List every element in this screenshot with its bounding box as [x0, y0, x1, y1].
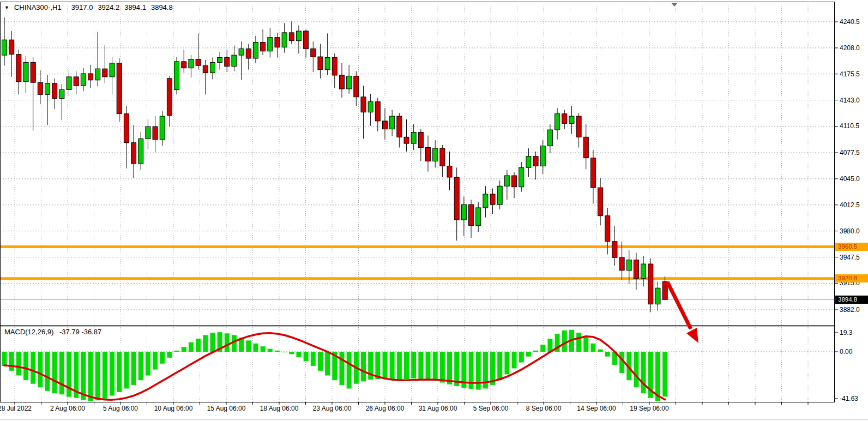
ohlc-close: 3894.8	[151, 3, 173, 11]
macd-info-bar: MACD(12,26,9) -37.79 -36.87	[4, 328, 101, 336]
price-axis-label: 4077.5	[840, 149, 860, 157]
time-axis-label: 18 Aug 06:00	[253, 405, 305, 412]
price-axis-label: 3882.0	[840, 306, 860, 314]
price-axis-label: 4110.5	[840, 122, 859, 130]
price-axis-label: 3980.0	[840, 227, 860, 235]
price-axis-label: 4012.5	[840, 201, 860, 209]
time-axis-label: 26 Aug 06:00	[359, 405, 411, 412]
macd-axis-zero-label: 0.00	[840, 348, 852, 356]
time-axis-label: 8 Sep 06:00	[517, 405, 570, 412]
symbol-info-bar: ▼ CHINA300-,H1 3917.0 3924.2 3894.1 3894…	[4, 3, 178, 11]
current-price-tag: 3894.8	[835, 296, 868, 304]
macd-indicator-values: -37.79 -36.87	[59, 328, 101, 336]
down-arrow-annotation	[686, 328, 698, 343]
ohlc-high: 3924.2	[98, 3, 119, 11]
time-axis-label: 19 Sep 06:00	[623, 405, 676, 412]
time-axis-label: 2 Aug 06:00	[41, 405, 94, 412]
chart-canvas[interactable]	[0, 0, 868, 421]
price-axis-label: 4240.5	[840, 18, 860, 26]
time-axis-label: 31 Aug 06:00	[412, 405, 464, 412]
chart-symbol-dropdown-icon[interactable]: ▼	[4, 5, 9, 10]
symbol-title: CHINA300-,H1	[14, 3, 62, 11]
ohlc-low: 3894.1	[124, 3, 146, 11]
hline-price-tag-3960: 3960.5	[835, 243, 868, 251]
ohlc-open: 3917.0	[71, 3, 93, 11]
time-axis-label: 10 Aug 06:00	[147, 405, 200, 412]
macd-axis-min-label: -41.63	[840, 395, 858, 402]
macd-axis-max-label: 19.3	[840, 329, 852, 336]
shift-marker-icon	[671, 3, 678, 7]
price-axis-label: 4143.0	[840, 97, 860, 104]
price-axis-label: 4175.5	[840, 70, 860, 78]
time-axis-label: 14 Sep 06:00	[570, 405, 623, 412]
time-axis-label: 5 Sep 06:00	[465, 405, 517, 412]
macd-indicator-label: MACD(12,26,9)	[4, 328, 53, 336]
hline-price-tag-3920: 3920.8	[835, 274, 868, 282]
time-axis-label: 28 Jul 2022	[0, 405, 41, 412]
price-axis-label: 4208.0	[840, 44, 860, 52]
time-axis-label: 15 Aug 06:00	[200, 405, 252, 412]
price-axis-label: 4045.0	[840, 175, 860, 183]
price-axis-label: 3947.5	[840, 254, 860, 261]
window-bottom-border	[0, 419, 868, 420]
time-axis-label: 23 Aug 06:00	[306, 405, 358, 412]
time-axis-label: 5 Aug 06:00	[94, 405, 147, 412]
